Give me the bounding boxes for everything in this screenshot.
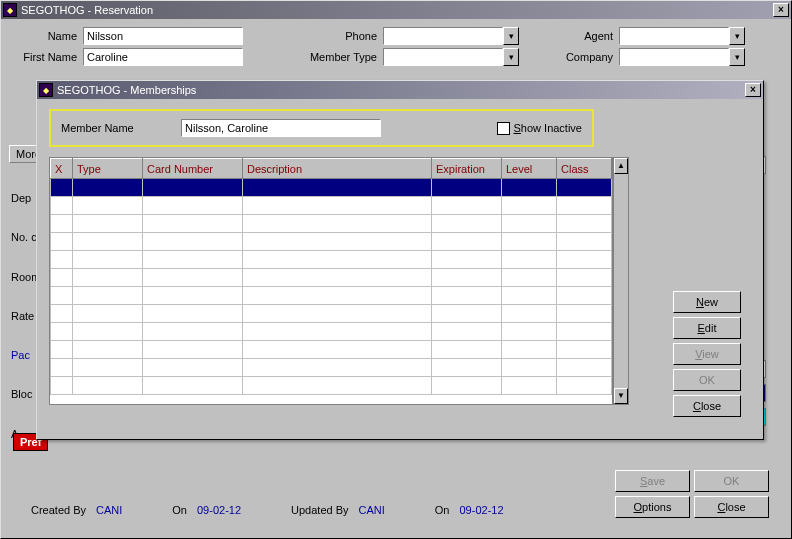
table-row[interactable] [51, 179, 612, 197]
app-icon: ◆ [3, 3, 17, 17]
phone-label: Phone [243, 30, 383, 42]
grid-scrollbar[interactable]: ▲ ▼ [613, 157, 629, 405]
company-dropdown-icon[interactable]: ▾ [729, 48, 745, 66]
memberships-grid: X Type Card Number Description Expiratio… [49, 157, 629, 405]
name-input[interactable] [83, 27, 243, 45]
first-name-label: First Name [13, 51, 83, 63]
agent-dropdown-icon[interactable]: ▾ [729, 27, 745, 45]
company-label: Company [519, 51, 619, 63]
table-row[interactable] [51, 233, 612, 251]
scroll-down-icon[interactable]: ▼ [614, 388, 628, 404]
member-type-dropdown-icon[interactable]: ▾ [503, 48, 519, 66]
options-button[interactable]: Options [615, 496, 690, 518]
save-button[interactable]: Save [615, 470, 690, 492]
company-input[interactable] [619, 48, 729, 66]
col-exp[interactable]: Expiration [432, 159, 502, 179]
close-icon[interactable]: × [773, 3, 789, 17]
member-type-input[interactable] [383, 48, 503, 66]
app-icon: ◆ [39, 83, 53, 97]
memberships-window: ◆ SEGOTHOG - Memberships × Member Name S… [36, 80, 764, 440]
col-level[interactable]: Level [502, 159, 557, 179]
phone-dropdown-icon[interactable]: ▾ [503, 27, 519, 45]
search-panel: Member Name Show Inactive [49, 109, 594, 147]
created-on-value: 09-02-12 [197, 504, 241, 516]
member-type-label: Member Type [243, 51, 383, 63]
table-row[interactable] [51, 359, 612, 377]
mem-close-button[interactable]: Close [673, 395, 741, 417]
ok-button[interactable]: OK [694, 470, 769, 492]
new-button[interactable]: New [673, 291, 741, 313]
col-type[interactable]: Type [73, 159, 143, 179]
name-label: Name [13, 30, 83, 42]
updated-on-label: On [435, 504, 450, 516]
close-button[interactable]: Close [694, 496, 769, 518]
updated-by-value: CANI [359, 504, 385, 516]
member-name-input[interactable] [181, 119, 381, 137]
phone-input[interactable] [383, 27, 503, 45]
created-on-label: On [172, 504, 187, 516]
scroll-up-icon[interactable]: ▲ [614, 158, 628, 174]
table-row[interactable] [51, 269, 612, 287]
checkbox-icon[interactable] [497, 122, 510, 135]
table-row[interactable] [51, 323, 612, 341]
status-bar: Created By CANI On 09-02-12 Updated By C… [31, 504, 504, 516]
reservation-titlebar: ◆ SEGOTHOG - Reservation × [1, 1, 791, 19]
agent-label: Agent [519, 30, 619, 42]
table-row[interactable] [51, 305, 612, 323]
table-row[interactable] [51, 341, 612, 359]
agent-input[interactable] [619, 27, 729, 45]
created-by-label: Created By [31, 504, 86, 516]
member-name-label: Member Name [61, 122, 151, 134]
view-button[interactable]: View [673, 343, 741, 365]
mem-ok-button[interactable]: OK [673, 369, 741, 391]
table-row[interactable] [51, 215, 612, 233]
col-card[interactable]: Card Number [143, 159, 243, 179]
memberships-titlebar: ◆ SEGOTHOG - Memberships × [37, 81, 763, 99]
table-row[interactable] [51, 197, 612, 215]
memberships-title: SEGOTHOG - Memberships [57, 84, 196, 96]
created-by-value: CANI [96, 504, 122, 516]
show-inactive-checkbox[interactable]: Show Inactive [497, 122, 583, 135]
table-row[interactable] [51, 287, 612, 305]
updated-by-label: Updated By [291, 504, 348, 516]
reservation-title: SEGOTHOG - Reservation [21, 4, 153, 16]
col-desc[interactable]: Description [243, 159, 432, 179]
table-row[interactable] [51, 377, 612, 395]
table-row[interactable] [51, 251, 612, 269]
first-name-input[interactable] [83, 48, 243, 66]
close-icon[interactable]: × [745, 83, 761, 97]
updated-on-value: 09-02-12 [460, 504, 504, 516]
edit-button[interactable]: Edit [673, 317, 741, 339]
col-x[interactable]: X [51, 159, 73, 179]
col-class[interactable]: Class [557, 159, 612, 179]
